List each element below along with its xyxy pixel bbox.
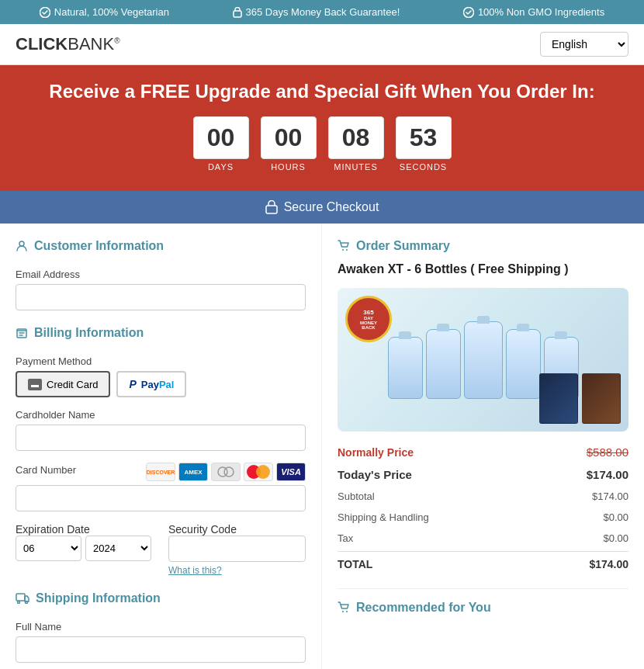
normally-price-value: $588.00 [587, 445, 628, 459]
shipping-info-header: Shipping Information [16, 591, 306, 609]
book-covers [539, 373, 621, 424]
customer-info-section-header: Customer Information [16, 239, 306, 257]
guarantee-badge: 365 DAY MONEY BACK [345, 296, 392, 342]
full-name-input[interactable] [16, 636, 306, 663]
credit-card-icon: ▬ [28, 379, 42, 390]
banner-item-2: 365 Days Money Back Guarantee! [233, 6, 400, 18]
book-2 [582, 373, 621, 424]
hours-label: HOURS [271, 162, 306, 172]
tax-label: Tax [338, 532, 353, 544]
expiration-label: Expiration Date [16, 523, 90, 536]
seconds-label: SECONDS [400, 162, 447, 172]
main-content: Customer Information Email Address Billi… [0, 224, 644, 669]
paypal-light-text: Pal [159, 379, 175, 390]
shipping-value: $0.00 [603, 511, 628, 523]
product-title: Awaken XT - 6 Bottles ( Free Shipping ) [338, 262, 628, 276]
cardholder-input[interactable] [16, 425, 306, 451]
expiration-month-select[interactable]: 0102030405 06070809 101112 [16, 536, 81, 561]
customer-info-label: Customer Information [34, 239, 164, 253]
bottle-2 [426, 329, 461, 399]
payment-methods: ▬ Credit Card P PayPal [16, 371, 306, 397]
language-select[interactable]: English Español Français Deutsch [540, 32, 628, 57]
visa-icon: VISA [276, 463, 306, 481]
total-label: TOTAL [338, 558, 372, 570]
amex-icon: AMEX [178, 463, 208, 481]
what-is-this-link[interactable]: What is this? [168, 565, 306, 576]
expiration-year-select[interactable]: 202420252026202720282029 [85, 536, 151, 561]
header: CLICKBANK® English Español Français Deut… [0, 24, 644, 65]
logo: CLICKBANK® [16, 34, 120, 54]
paypal-blue-text: Pay [141, 379, 159, 390]
banner-item-1: Natural, 100% Vegetarian [40, 6, 169, 18]
logo-click: CLICK [16, 34, 68, 54]
credit-card-label: Credit Card [47, 379, 98, 390]
billing-info-header: Billing Information [16, 326, 306, 344]
left-column: Customer Information Email Address Billi… [0, 224, 322, 669]
promo-banner: Receive a FREE Upgrade and Special Gift … [0, 65, 644, 191]
days-label: DAYS [208, 162, 234, 172]
tax-value: $0.00 [603, 532, 628, 544]
banner-item-3: 100% Non GMO Ingredients [463, 6, 604, 18]
svg-point-10 [342, 249, 344, 251]
credit-card-btn[interactable]: ▬ Credit Card [16, 371, 110, 397]
total-row: TOTAL $174.00 [338, 551, 628, 573]
paypal-label: PayPal [141, 379, 175, 390]
shipping-label: Shipping & Handling [338, 511, 429, 523]
card-number-label: Card Number [16, 464, 76, 476]
right-column: Order Summary Awaken XT - 6 Bottles ( Fr… [322, 224, 644, 669]
payment-method-group: Payment Method ▬ Credit Card P PayPal [16, 355, 306, 397]
mastercard-icon [244, 463, 273, 481]
product-image: 365 DAY MONEY BACK [338, 288, 628, 432]
book-1 [539, 373, 578, 424]
cardholder-label: Cardholder Name [16, 409, 306, 421]
logo-bank: BANK [68, 34, 114, 54]
secure-checkout-bar: Secure Checkout [0, 191, 644, 224]
security-code-input[interactable] [168, 536, 306, 562]
cardholder-form-group: Cardholder Name [16, 409, 306, 451]
shipping-info-label: Shipping Information [36, 591, 161, 605]
bottle-3 [464, 321, 503, 399]
billing-info-label: Billing Information [34, 326, 144, 340]
email-form-group: Email Address [16, 269, 306, 310]
today-price-value: $174.00 [587, 468, 628, 481]
billing-section: Billing Information Payment Method ▬ Cre… [16, 326, 306, 576]
paypal-btn[interactable]: P PayPal [116, 371, 186, 397]
email-input[interactable] [16, 284, 306, 310]
discover-icon: DISCOVER [146, 463, 175, 481]
countdown-minutes: 08 MINUTES [328, 116, 384, 172]
top-banner: Natural, 100% Vegetarian 365 Days Money … [0, 0, 644, 24]
countdown: 00 DAYS 00 HOURS 08 MINUTES 53 SECONDS [12, 116, 632, 172]
tax-row: Tax $0.00 [338, 530, 628, 546]
exp-security-row: Expiration Date 0102030405 06070809 1011… [16, 523, 306, 576]
card-number-input[interactable] [16, 485, 306, 511]
hours-box: 00 [261, 116, 317, 159]
order-summary-header: Order Summary [338, 239, 628, 253]
bottle-4 [506, 329, 541, 399]
logo-tm: ® [114, 36, 119, 45]
shipping-section: Shipping Information Full Name [16, 591, 306, 663]
expiration-group: Expiration Date 0102030405 06070809 1011… [16, 523, 153, 576]
svg-point-13 [346, 611, 348, 612]
bottle-1 [388, 337, 423, 399]
card-number-row: Card Number DISCOVER AMEX VISA [16, 463, 306, 481]
order-summary-label: Order Summary [356, 239, 450, 253]
subtotal-label: Subtotal [338, 490, 375, 502]
today-price-label: Today's Price [338, 468, 412, 481]
promo-headline: Receive a FREE Upgrade and Special Gift … [12, 81, 632, 102]
normally-price-label: Normally Price [338, 446, 414, 459]
seconds-box: 53 [396, 116, 452, 159]
normally-price-row: Normally Price $588.00 [338, 443, 628, 461]
email-label: Email Address [16, 269, 306, 280]
svg-point-9 [26, 601, 28, 604]
svg-point-8 [18, 601, 20, 604]
total-value: $174.00 [589, 558, 628, 570]
days-box: 00 [193, 116, 249, 159]
payment-method-label: Payment Method [16, 355, 306, 367]
exp-selects: 0102030405 06070809 101112 2024202520262… [16, 536, 153, 561]
minutes-box: 08 [328, 116, 384, 159]
countdown-seconds: 53 SECONDS [396, 116, 452, 172]
svg-point-4 [19, 241, 24, 246]
card-number-form-group: Card Number DISCOVER AMEX VISA [16, 463, 306, 511]
svg-point-6 [224, 467, 234, 477]
countdown-days: 00 DAYS [193, 116, 249, 172]
